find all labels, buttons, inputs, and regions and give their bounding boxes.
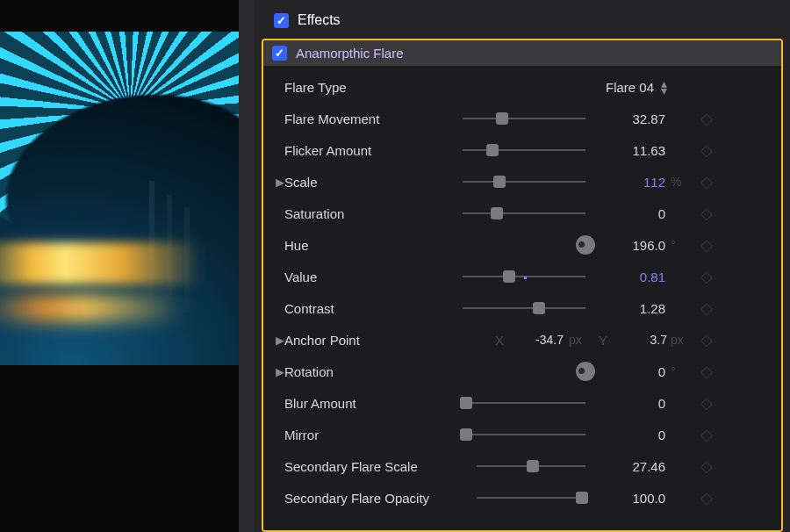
- param-value[interactable]: 112: [599, 175, 667, 190]
- inspector-panel: ✓ Effects ✓ Anamorpthic Flare Flare Type…: [255, 0, 790, 532]
- param-label: Saturation: [284, 206, 449, 221]
- effect-parameters: Flare Type Flare 04 ▴▾ Flare Movement 32…: [263, 66, 781, 530]
- param-label: Blur Amount: [284, 396, 449, 411]
- param-row-saturation: Saturation 0 ◇: [263, 198, 781, 229]
- axis-y-label: Y: [593, 333, 613, 348]
- flicker-amount-slider[interactable]: [463, 142, 585, 158]
- param-value[interactable]: 196.0: [599, 238, 667, 253]
- param-value[interactable]: 27.46: [599, 459, 667, 474]
- effect-enable-checkbox[interactable]: ✓: [272, 46, 287, 61]
- flare-type-dropdown[interactable]: Flare 04 ▴▾: [449, 80, 667, 95]
- axis-x-label: X: [490, 333, 509, 348]
- param-label: Hue: [284, 238, 449, 253]
- secondary-flare-scale-slider[interactable]: [477, 458, 585, 474]
- param-label: Mirror: [284, 428, 449, 442]
- effects-enable-checkbox[interactable]: ✓: [274, 13, 289, 28]
- keyframe-button[interactable]: ◇: [692, 204, 722, 223]
- keyframe-button[interactable]: ◇: [692, 109, 722, 128]
- saturation-slider[interactable]: [463, 205, 585, 221]
- keyframe-button[interactable]: ◇: [692, 267, 722, 286]
- param-unit: °: [667, 238, 692, 252]
- flare-movement-slider[interactable]: [463, 111, 585, 126]
- param-row-value: Value 0.81 ◇: [263, 261, 781, 292]
- param-label: Flare Movement: [284, 111, 449, 126]
- preview-image: [0, 32, 240, 365]
- param-label: Secondary Flare Opacity: [284, 491, 463, 506]
- keyframe-button[interactable]: ◇: [692, 362, 722, 381]
- param-value[interactable]: 1.28: [599, 301, 667, 316]
- param-row-anchor-point: ▶ Anchor Point X -34.7 px Y 3.7 px ◇: [263, 324, 781, 356]
- keyframe-button[interactable]: ◇: [692, 393, 722, 413]
- mirror-slider[interactable]: [463, 427, 585, 442]
- dropdown-arrows-icon: ▴▾: [661, 80, 667, 94]
- param-value[interactable]: 32.87: [599, 111, 667, 126]
- param-value[interactable]: 0: [599, 364, 667, 379]
- keyframe-button[interactable]: ◇: [692, 235, 722, 255]
- anchor-x-value[interactable]: -34.7: [511, 333, 564, 347]
- param-label: Contrast: [284, 301, 449, 316]
- param-label: Scale: [284, 175, 449, 190]
- param-label: Anchor Point: [284, 333, 449, 348]
- param-row-contrast: Contrast 1.28 ◇: [263, 292, 781, 324]
- param-row-hue: Hue 196.0 ° ◇: [263, 229, 781, 261]
- value-slider[interactable]: [463, 269, 585, 284]
- param-value[interactable]: 0.81: [599, 270, 667, 284]
- hue-dial[interactable]: [576, 235, 595, 255]
- param-value[interactable]: 0: [599, 396, 667, 411]
- effects-section-title: Effects: [298, 12, 341, 28]
- param-row-flicker-amount: Flicker Amount 11.63 ◇: [263, 134, 781, 166]
- param-row-mirror: Mirror 0 ◇: [263, 419, 781, 450]
- param-unit: %: [667, 175, 692, 189]
- effect-name: Anamorpthic Flare: [296, 46, 404, 61]
- param-label: Flare Type: [284, 80, 449, 95]
- param-value[interactable]: 0: [599, 206, 667, 221]
- preview-viewer: [0, 0, 255, 532]
- effect-header[interactable]: ✓ Anamorpthic Flare: [263, 40, 781, 66]
- param-label: Secondary Flare Scale: [284, 459, 463, 474]
- param-row-secondary-flare-scale: Secondary Flare Scale 27.46 ◇: [263, 450, 781, 482]
- unit-px: px: [667, 333, 692, 347]
- keyframe-button[interactable]: ◇: [692, 425, 722, 444]
- keyframe-button[interactable]: ◇: [692, 172, 722, 191]
- rotation-dial[interactable]: [576, 362, 595, 381]
- anchor-y-value[interactable]: 3.7: [614, 333, 667, 347]
- param-label: Value: [284, 270, 449, 284]
- param-row-blur-amount: Blur Amount 0 ◇: [263, 387, 781, 419]
- blur-amount-slider[interactable]: [463, 395, 585, 411]
- keyframe-button[interactable]: ◇: [692, 457, 722, 476]
- param-row-flare-type: Flare Type Flare 04 ▴▾: [263, 71, 781, 103]
- param-row-scale: ▶ Scale 112 % ◇: [263, 166, 781, 198]
- scale-slider[interactable]: [463, 174, 585, 190]
- secondary-flare-opacity-slider[interactable]: [477, 490, 585, 506]
- param-label: Flicker Amount: [284, 143, 449, 158]
- param-value[interactable]: 100.0: [599, 491, 667, 506]
- param-value[interactable]: 0: [599, 428, 667, 442]
- keyframe-button[interactable]: ◇: [692, 298, 722, 318]
- param-row-secondary-flare-opacity: Secondary Flare Opacity 100.0 ◇: [263, 482, 781, 514]
- param-row-rotation: ▶ Rotation 0 ° ◇: [263, 356, 781, 387]
- param-row-flare-movement: Flare Movement 32.87 ◇: [263, 103, 781, 134]
- contrast-slider[interactable]: [463, 300, 585, 316]
- param-unit: °: [667, 364, 692, 378]
- keyframe-button[interactable]: ◇: [692, 488, 722, 507]
- param-label: Rotation: [284, 364, 449, 379]
- keyframe-button[interactable]: ◇: [692, 330, 722, 349]
- keyframe-button[interactable]: ◇: [692, 140, 722, 160]
- dropdown-value: Flare 04: [606, 80, 654, 95]
- effects-section-header[interactable]: ✓ Effects: [255, 4, 790, 39]
- effect-group-selected: ✓ Anamorpthic Flare Flare Type Flare 04 …: [262, 39, 783, 532]
- unit-px: px: [565, 333, 592, 347]
- param-value[interactable]: 11.63: [599, 143, 667, 158]
